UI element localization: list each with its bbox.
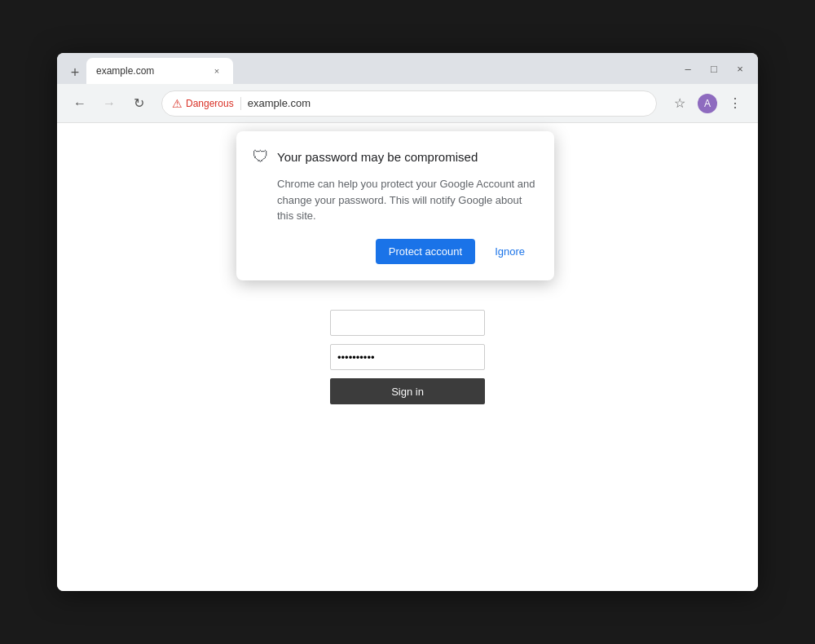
address-bar[interactable]: ⚠ Dangerous example.com	[161, 90, 657, 117]
popup-title: Your password may be compromised	[277, 150, 478, 164]
url-display: example.com	[248, 97, 311, 109]
popup-body: Chrome can help you protect your Google …	[253, 176, 538, 224]
more-button[interactable]: ⋮	[722, 90, 748, 117]
popup-actions: Protect account Ignore	[253, 239, 538, 264]
close-button[interactable]: ×	[729, 57, 751, 80]
ignore-button[interactable]: Ignore	[482, 239, 538, 264]
refresh-icon: ↻	[134, 95, 144, 111]
tab-title: example.com	[96, 65, 204, 77]
password-warning-popup: 🛡 Your password may be compromised Chrom…	[236, 131, 554, 280]
dangerous-label: Dangerous	[186, 98, 234, 109]
bookmark-button[interactable]: ☆	[667, 90, 693, 117]
forward-icon: →	[103, 96, 116, 111]
back-icon: ←	[73, 96, 86, 111]
security-warning: ⚠ Dangerous	[172, 97, 241, 110]
browser-tab[interactable]: example.com ×	[86, 58, 233, 84]
sign-in-button[interactable]: Sign in	[330, 378, 485, 404]
new-tab-button[interactable]: +	[64, 61, 86, 84]
window-controls: – □ ×	[676, 57, 751, 80]
warning-icon: ⚠	[172, 97, 183, 110]
forward-button[interactable]: →	[96, 90, 122, 117]
maximize-button[interactable]: □	[703, 57, 725, 80]
nav-right-icons: ☆ A ⋮	[667, 90, 748, 117]
login-form: Sign in	[330, 310, 485, 404]
browser-window: + example.com × – □ × ← → ↻ ⚠ Dangerous	[57, 53, 758, 591]
minimize-button[interactable]: –	[676, 57, 699, 80]
nav-bar: ← → ↻ ⚠ Dangerous example.com ☆ A ⋮	[57, 84, 758, 123]
bookmark-icon: ☆	[674, 95, 685, 111]
protect-account-button[interactable]: Protect account	[376, 239, 475, 264]
page-content: 🛡 Your password may be compromised Chrom…	[57, 123, 758, 591]
tab-close-button[interactable]: ×	[210, 64, 223, 77]
more-icon: ⋮	[729, 95, 742, 111]
avatar-button[interactable]: A	[694, 90, 720, 117]
popup-header: 🛡 Your password may be compromised	[253, 148, 538, 166]
password-input[interactable]	[330, 344, 485, 370]
back-button[interactable]: ←	[67, 90, 93, 117]
tab-bar: + example.com ×	[64, 53, 673, 84]
title-bar: + example.com × – □ ×	[57, 53, 758, 84]
refresh-button[interactable]: ↻	[126, 90, 152, 117]
shield-icon: 🛡	[253, 148, 269, 166]
avatar: A	[698, 94, 717, 113]
username-input[interactable]	[330, 310, 485, 336]
